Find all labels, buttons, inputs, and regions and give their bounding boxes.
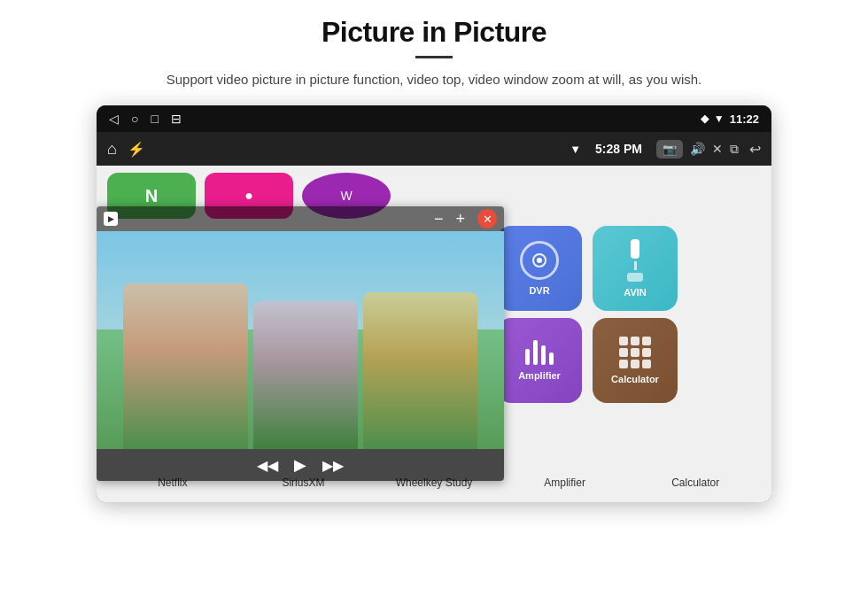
amplifier-icon-graphic [525, 340, 554, 365]
pip-controls: − + ✕ [434, 209, 497, 229]
main-content: N ● W ▶ − + ✕ [97, 166, 771, 502]
amp-bar-4 [549, 352, 554, 365]
pip-minus[interactable]: − [434, 210, 444, 229]
home-nav-icon[interactable]: ○ [131, 112, 138, 126]
page-title: Picture in Picture [322, 16, 546, 49]
calculator-app-icon[interactable]: Calculator [593, 318, 678, 403]
calc-key-9 [642, 360, 651, 368]
status-time: 11:22 [730, 112, 759, 126]
usb-icon: ⚡ [128, 141, 145, 158]
nav-bar: ⌂ ⚡ ▼ 5:28 PM 📷 🔊 ✕ ⧉ ↩ [97, 132, 771, 166]
calculator-label: Calculator [611, 374, 659, 384]
nav-time: 5:28 PM [595, 142, 642, 156]
amplifier-bottom: Amplifier [500, 476, 631, 489]
nav-right-icons: 🔊 ✕ ⧉ [690, 142, 739, 157]
avin-icon-graphic [627, 239, 643, 282]
amp-bar-2 [533, 340, 538, 365]
wifi-icon: ▼ [570, 143, 581, 156]
page-wrapper: Picture in Picture Support video picture… [0, 0, 868, 612]
app-row-1: DVR AVIN [497, 226, 761, 311]
calc-key-2 [631, 337, 639, 345]
amplifier-label: Amplifier [518, 370, 561, 381]
calc-key-1 [619, 337, 628, 345]
back-button[interactable]: ↩ [749, 141, 761, 158]
avin-base [627, 273, 643, 282]
calc-key-8 [631, 360, 639, 368]
calc-key-5 [631, 348, 639, 357]
middle-area: ▶ − + ✕ [97, 219, 771, 463]
amp-bar-3 [541, 345, 546, 365]
pip-plus[interactable]: + [455, 210, 465, 229]
avin-plug [631, 239, 639, 259]
amplifier-bottom-label: Amplifier [544, 476, 585, 489]
pip-prev-button[interactable]: ◀◀ [257, 457, 278, 474]
back-nav-icon[interactable]: ◁ [109, 112, 119, 126]
avin-wire [634, 261, 637, 270]
recents-nav-icon[interactable]: □ [151, 112, 158, 126]
pip-close-button[interactable]: ✕ [477, 209, 497, 229]
pip-window[interactable]: ▶ − + ✕ [97, 206, 504, 481]
page-subtitle: Support video picture in picture functio… [167, 69, 701, 89]
menu-nav-icon[interactable]: ⊟ [171, 112, 182, 126]
calc-key-3 [642, 337, 651, 345]
calc-key-6 [642, 348, 651, 357]
device-frame: ◁ ○ □ ⊟ ◆ ▼ 11:22 ⌂ ⚡ ▼ 5:28 PM 📷 🔊 ✕ [97, 105, 771, 502]
dvr-app-icon[interactable]: DVR [497, 226, 582, 311]
title-divider [415, 56, 453, 58]
location-icon: ◆ [701, 112, 709, 125]
calc-key-4 [619, 348, 628, 357]
status-bar: ◁ ○ □ ⊟ ◆ ▼ 11:22 [97, 105, 771, 132]
status-left: ◁ ○ □ ⊟ [109, 112, 182, 126]
pip-titlebar: ▶ − + ✕ [97, 206, 504, 231]
pip-video [97, 231, 504, 449]
calculator-icon-graphic [619, 337, 651, 368]
close-icon[interactable]: ✕ [712, 142, 723, 156]
calculator-bottom: Calculator [630, 476, 761, 489]
pip-video-overlay [97, 231, 504, 449]
calc-key-7 [619, 360, 628, 368]
avin-label: AVIN [624, 287, 646, 298]
amp-bar-1 [525, 349, 530, 365]
camera-button[interactable]: 📷 [656, 140, 683, 159]
pip-next-button[interactable]: ▶▶ [322, 457, 344, 474]
volume-icon[interactable]: 🔊 [690, 142, 705, 156]
nav-center: ▼ 5:28 PM 📷 [570, 140, 683, 159]
calculator-bottom-label: Calculator [671, 476, 719, 489]
avin-app-icon[interactable]: AVIN [593, 226, 678, 311]
pip-play-button[interactable]: ▶ [294, 455, 306, 475]
app-grid-right: DVR AVIN [486, 219, 771, 463]
dvr-icon-graphic [520, 241, 559, 280]
status-right: ◆ ▼ 11:22 [701, 112, 759, 126]
dvr-label: DVR [529, 285, 549, 296]
signal-icon: ▼ [714, 112, 725, 125]
pip-icon[interactable]: ⧉ [730, 142, 739, 157]
dvr-dot [537, 258, 542, 263]
pip-rec-icon: ▶ [104, 212, 118, 226]
home-icon[interactable]: ⌂ [107, 140, 117, 159]
app-row-2: Amplifier [497, 318, 761, 403]
pip-bottom-bar: ◀◀ ▶ ▶▶ [97, 449, 504, 481]
amplifier-app-icon[interactable]: Amplifier [497, 318, 582, 403]
